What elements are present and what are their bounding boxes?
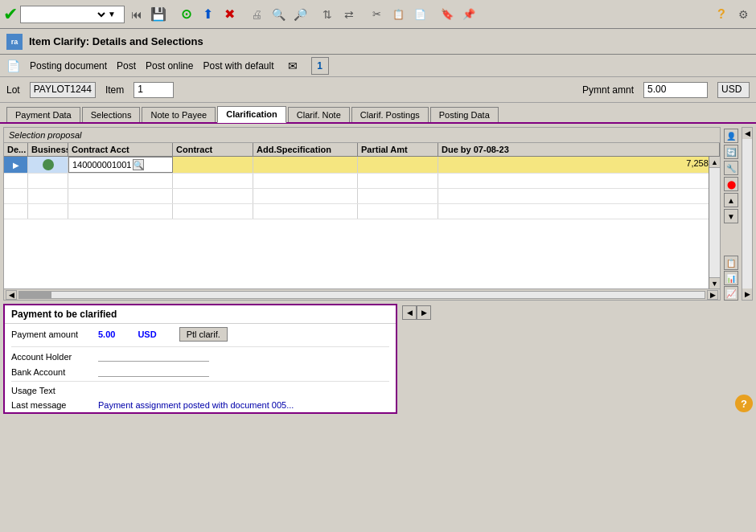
tab-bar: Payment Data Selections Note to Payee Cl… <box>0 103 756 124</box>
field-row: Lot PAYLOT1244 Item 1 Pymnt amnt 5.00 US… <box>0 77 756 103</box>
page-title: Item Clarify: Details and Selections <box>29 35 203 47</box>
scroll-up-button[interactable]: ▲ <box>709 157 720 168</box>
nav-dropdown[interactable]: ▼ <box>20 6 125 23</box>
move-up-icon: ⇅ <box>323 8 332 21</box>
sidebar-btn-6[interactable]: 📊 <box>724 271 738 285</box>
cut-button[interactable]: ✂ <box>367 5 386 24</box>
far-scroll-right-button[interactable]: ▶ <box>742 289 752 300</box>
tab-selections[interactable]: Selections <box>82 107 141 122</box>
usage-text-row: Usage Text <box>5 383 396 398</box>
save-button[interactable]: 💾 <box>149 5 168 24</box>
up-nav-button[interactable]: ⬆ <box>198 5 217 24</box>
sidebar-btn-5[interactable]: 📋 <box>724 256 738 270</box>
print-button[interactable]: 🖨 <box>247 5 266 24</box>
currency-value: USD <box>717 82 750 98</box>
selection-proposal-panel: Selection proposal De... Business P... C… <box>3 127 721 301</box>
sidebar-btn-3[interactable]: 🔧 <box>724 161 738 175</box>
divider-2 <box>11 381 389 382</box>
find-icon: 🔍 <box>272 8 286 21</box>
col-bp: Business P... <box>28 143 68 156</box>
sidebar-btn-7[interactable]: 📈 <box>724 286 738 301</box>
account-holder-input[interactable] <box>98 351 209 362</box>
scroll-up-sidebar-button[interactable]: ▲ <box>724 193 738 207</box>
col-de: De... <box>4 143 28 156</box>
print-icon: 🖨 <box>251 8 262 21</box>
bottom-scroll-right-button[interactable]: ▶ <box>417 305 431 320</box>
table-row[interactable] <box>4 204 720 219</box>
settings-button[interactable]: ⚙ <box>733 5 753 24</box>
mail-button[interactable]: ✉ <box>284 57 302 75</box>
rewind-button[interactable]: ⏮ <box>127 5 146 24</box>
table-row[interactable] <box>4 174 720 189</box>
posting-document-link[interactable]: Posting document <box>30 60 107 72</box>
usage-text-label: Usage Text <box>11 386 92 395</box>
payment-amount-label: Payment amount <box>11 329 92 339</box>
table-row[interactable] <box>4 189 720 204</box>
find-next-icon: 🔎 <box>294 8 307 21</box>
payment-amount-row: Payment amount 5.00 USD Ptl clarif. <box>5 324 396 345</box>
status-icon: ✔ <box>3 4 18 25</box>
table-row[interactable]: ▶ 140000001001 🔍 7,258.4 <box>4 157 720 174</box>
col-add-spec: Add.Specification <box>253 143 358 156</box>
last-message-label: Last message <box>11 400 92 410</box>
row-indicator-icon: ▶ <box>13 161 19 170</box>
sidebar-btn-4[interactable]: ⬤ <box>724 177 738 191</box>
table-body: ▶ 140000001001 🔍 7,258.4 <box>4 157 720 289</box>
shortcut2-button[interactable]: 📌 <box>459 5 479 24</box>
action-bar: 📄 Posting document Post Post online Post… <box>0 55 756 77</box>
move-down-button[interactable]: ⇄ <box>339 5 359 24</box>
scroll-right-button[interactable]: ▶ <box>707 290 718 300</box>
copy-button[interactable]: 📋 <box>388 5 408 24</box>
post-online-link[interactable]: Post online <box>146 60 193 72</box>
calendar-icon: 1 <box>317 60 323 72</box>
bottom-scroll-left-button[interactable]: ◀ <box>402 305 417 320</box>
tab-clarif-postings[interactable]: Clarif. Postings <box>351 107 429 122</box>
help-bottom-button[interactable]: ? <box>735 395 753 412</box>
person-icon <box>43 159 54 170</box>
tab-clarification[interactable]: Clarification <box>217 106 286 123</box>
account-holder-label: Account Holder <box>11 352 92 362</box>
far-scroll-left-button[interactable]: ◀ <box>742 128 752 139</box>
ptl-clarif-button[interactable]: Ptl clarif. <box>179 327 228 342</box>
shortcut1-button[interactable]: 🔖 <box>438 5 457 24</box>
dropdown-arrow-icon[interactable]: ▼ <box>108 10 117 18</box>
move-up-button[interactable]: ⇅ <box>318 5 337 24</box>
paste-button[interactable]: 📄 <box>410 5 429 24</box>
back-nav-button[interactable]: ⊙ <box>176 5 195 24</box>
bottom-right-scroll: ◀ ▶ <box>401 304 732 321</box>
scroll-down-sidebar-button[interactable]: ▼ <box>724 209 738 223</box>
find-next-button[interactable]: 🔎 <box>290 5 310 24</box>
pymnt-amnt-input[interactable]: 5.00 <box>643 82 708 98</box>
help-icon: ? <box>717 7 725 22</box>
scroll-down-button[interactable]: ▼ <box>709 277 720 289</box>
col-due: Due by 07-08-23 <box>438 143 720 156</box>
tab-note-to-payee[interactable]: Note to Payee <box>142 107 216 122</box>
nav-select[interactable] <box>21 9 108 20</box>
bank-account-input[interactable] <box>98 366 209 377</box>
item-input[interactable]: 1 <box>134 82 174 98</box>
title-icon-label: ra <box>11 38 18 46</box>
tab-payment-data[interactable]: Payment Data <box>6 107 80 122</box>
scroll-track <box>709 168 720 277</box>
find-button[interactable]: 🔍 <box>269 5 288 24</box>
tab-clarif-note[interactable]: Clarif. Note <box>288 107 350 122</box>
payment-currency: USD <box>138 329 156 339</box>
cancel-nav-button[interactable]: ✖ <box>220 5 239 24</box>
help-button[interactable]: ? <box>712 5 731 24</box>
contract-acct-search-icon[interactable]: 🔍 <box>133 159 144 170</box>
calendar-button[interactable]: 1 <box>311 57 329 75</box>
divider-1 <box>11 346 389 347</box>
item-label: Item <box>105 84 124 96</box>
sidebar-btn-1[interactable]: 👤 <box>724 129 738 143</box>
panel-title: Selection proposal <box>4 128 720 143</box>
copy-icon: 📋 <box>392 9 405 20</box>
sidebar-btn-2[interactable]: 🔄 <box>724 145 738 159</box>
lot-value: PAYLOT1244 <box>30 82 96 98</box>
tab-posting-data[interactable]: Posting Data <box>430 107 499 122</box>
scroll-left-button[interactable]: ◀ <box>6 290 17 300</box>
col-contract: Contract <box>173 143 253 156</box>
post-link[interactable]: Post <box>117 60 136 72</box>
h-scroll-track <box>18 291 705 299</box>
move-down-icon: ⇄ <box>344 8 354 21</box>
post-with-default-link[interactable]: Post with default <box>203 60 273 72</box>
